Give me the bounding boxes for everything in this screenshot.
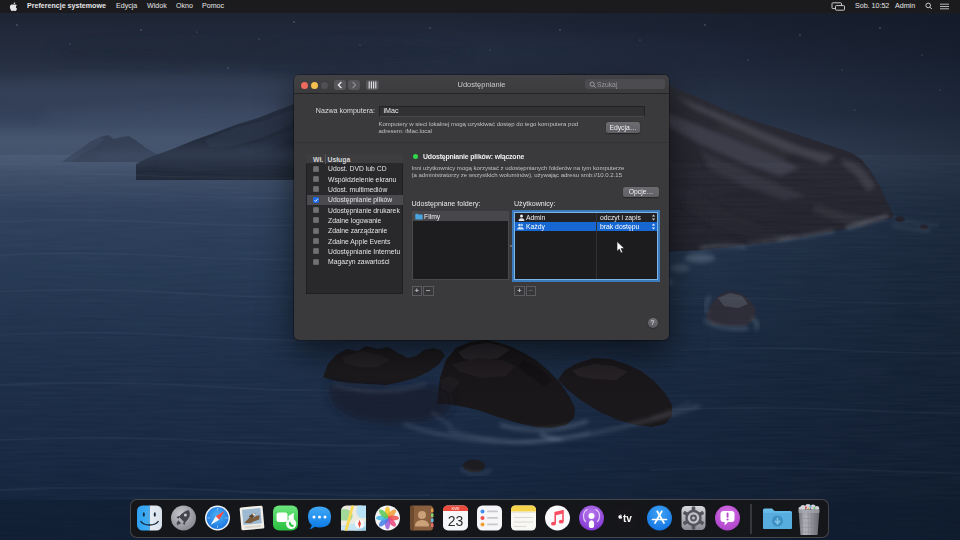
svg-text:tv: tv xyxy=(623,513,632,524)
svg-text:KWI: KWI xyxy=(452,506,460,511)
svg-text:23: 23 xyxy=(448,513,464,529)
